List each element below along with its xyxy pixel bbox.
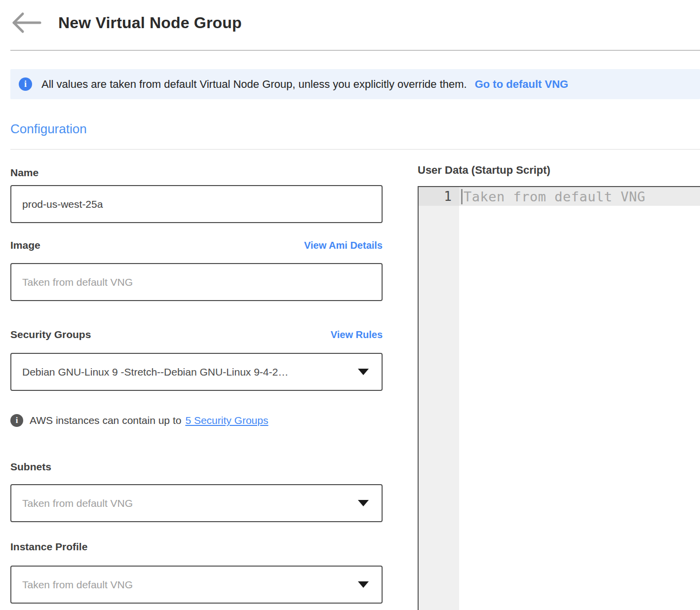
five-security-groups-link[interactable]: 5 Security Groups bbox=[185, 415, 268, 426]
image-label-row: Image View Ami Details bbox=[10, 239, 383, 251]
go-to-default-vng-link[interactable]: Go to default VNG bbox=[475, 78, 568, 91]
section-divider bbox=[10, 149, 700, 150]
security-groups-selected-value: Debian GNU-Linux 9 -Stretch--Debian GNU-… bbox=[22, 366, 288, 378]
page-title: New Virtual Node Group bbox=[58, 14, 242, 32]
name-label: Name bbox=[10, 167, 39, 179]
info-banner: i All values are taken from default Virt… bbox=[10, 69, 700, 99]
chevron-down-icon bbox=[358, 369, 369, 375]
security-groups-label: Security Groups bbox=[10, 329, 91, 341]
security-groups-select[interactable]: Debian GNU-Linux 9 -Stretch--Debian GNU-… bbox=[10, 353, 383, 391]
instance-profile-select[interactable]: Taken from default VNG bbox=[10, 566, 383, 604]
view-ami-details-link[interactable]: View Ami Details bbox=[304, 240, 383, 251]
configuration-section-title: Configuration bbox=[10, 121, 87, 137]
back-arrow-button[interactable] bbox=[10, 12, 42, 34]
editor-active-line[interactable]: 1 Taken from default VNG bbox=[419, 187, 700, 206]
header-divider bbox=[10, 50, 700, 51]
editor-gutter bbox=[419, 206, 459, 610]
text-cursor bbox=[461, 189, 463, 204]
security-groups-note: i AWS instances can contain up to 5 Secu… bbox=[10, 414, 268, 427]
subnets-placeholder: Taken from default VNG bbox=[22, 497, 133, 509]
info-icon: i bbox=[19, 77, 32, 91]
editor-body[interactable] bbox=[419, 206, 700, 610]
instance-profile-placeholder: Taken from default VNG bbox=[22, 579, 133, 591]
subnets-label: Subnets bbox=[10, 461, 51, 473]
image-label: Image bbox=[10, 239, 40, 251]
chevron-down-icon bbox=[358, 500, 369, 506]
chevron-down-icon bbox=[358, 581, 369, 588]
name-input[interactable] bbox=[10, 185, 383, 223]
page-header: New Virtual Node Group bbox=[10, 12, 242, 34]
security-groups-label-row: Security Groups View Rules bbox=[10, 329, 383, 341]
instance-profile-label: Instance Profile bbox=[10, 541, 87, 553]
subnets-select[interactable]: Taken from default VNG bbox=[10, 484, 383, 522]
user-data-placeholder: Taken from default VNG bbox=[464, 189, 646, 204]
new-virtual-node-group-page: New Virtual Node Group i All values are … bbox=[0, 0, 700, 610]
info-icon: i bbox=[10, 414, 23, 427]
banner-text: All values are taken from default Virtua… bbox=[41, 78, 467, 91]
image-input[interactable] bbox=[10, 263, 383, 301]
note-text: AWS instances can contain up to bbox=[30, 415, 181, 426]
editor-line-content: Taken from default VNG bbox=[459, 187, 700, 206]
user-data-editor[interactable]: 1 Taken from default VNG bbox=[418, 186, 700, 610]
editor-content-area[interactable] bbox=[459, 206, 700, 610]
user-data-label: User Data (Startup Script) bbox=[418, 164, 550, 177]
line-number: 1 bbox=[419, 187, 459, 206]
view-rules-link[interactable]: View Rules bbox=[331, 329, 383, 341]
